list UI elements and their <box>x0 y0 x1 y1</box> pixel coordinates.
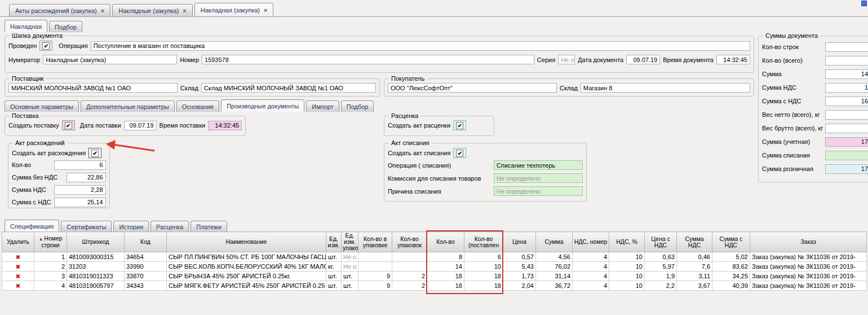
cell-line_no[interactable]: 1 <box>34 252 67 262</box>
cell-vat_sum[interactable]: 0,46 <box>677 252 712 262</box>
cell-line_no[interactable]: 4 <box>34 281 67 291</box>
cell-barcode[interactable]: 4810319011323 <box>67 272 125 281</box>
totals-value-field[interactable]: 4 <box>825 42 868 52</box>
cell-code[interactable]: 34343 <box>125 281 167 291</box>
delivery-time-field[interactable]: 14:32:45 <box>208 121 242 130</box>
totals-value-field[interactable] <box>825 124 868 133</box>
cell-pack_count[interactable]: 2 <box>392 281 427 291</box>
totals-value-field[interactable]: 58 <box>825 56 868 65</box>
cell-order[interactable]: Заказ (закупка) № ЗК11036 от 2019- <box>750 272 867 281</box>
window-tab-2[interactable]: Накладные (закупка)× <box>112 4 193 16</box>
cell-unit[interactable]: шт. <box>326 252 342 262</box>
param-tab-1[interactable]: Основные параметры <box>5 100 79 112</box>
totals-value-field[interactable]: 148,44 <box>825 69 868 79</box>
writeoff-operation-field[interactable]: Списание техпотерь <box>494 160 583 170</box>
cell-barcode[interactable]: 4810319005797 <box>67 281 125 291</box>
cell-sum_with_vat[interactable]: 5,02 <box>712 252 750 262</box>
window-tab-1[interactable]: Акты расхождений (закупка)× <box>9 4 110 16</box>
cell-pack_count[interactable]: 2 <box>392 272 427 281</box>
cell-price_with_vat[interactable]: 1,9 <box>645 272 677 281</box>
doc-tab-2[interactable]: Подбор <box>49 21 82 32</box>
cell-unit_pack[interactable]: Не о <box>342 252 358 262</box>
cell-sum[interactable]: 4,56 <box>536 252 573 262</box>
tab-close-icon[interactable]: × <box>101 7 104 14</box>
cell-unit[interactable]: шт. <box>326 281 342 291</box>
column-header-line_no[interactable]: ▲Номер строки <box>34 232 67 252</box>
cell-order[interactable]: Заказ (закупка) № ЗК11036 от 2019- <box>750 252 867 262</box>
cell-unit[interactable]: кг. <box>326 262 342 272</box>
cell-code[interactable]: 34654 <box>125 252 167 262</box>
supplier-warehouse-field[interactable]: Склад МИНСКИЙ МОЛОЧНЫЙ ЗАВОД №1 ОАО <box>201 83 376 93</box>
cell-vat_number[interactable]: 4 <box>573 262 609 272</box>
cell-price[interactable]: 5,43 <box>503 262 536 272</box>
param-tab-4[interactable]: Производные документы <box>221 99 304 112</box>
cell-vat_pct[interactable]: 10 <box>609 281 645 291</box>
cell-barcode[interactable]: 4810093000315 <box>67 252 125 262</box>
column-header-vat_number[interactable]: НДС, номер <box>573 232 609 252</box>
column-header-unit_pack[interactable]: Ед. изм. упако <box>342 232 358 252</box>
cell-price[interactable]: 2,04 <box>503 281 536 291</box>
doc-date-field[interactable]: 09.07.19 <box>626 55 660 64</box>
series-field[interactable]: Не о <box>558 55 575 64</box>
cell-name[interactable]: СЫР ВЕС.КОЛБ.КОПЧ.БЕЛОРУССКИЙ 40% 1КГ МА… <box>167 262 326 272</box>
tab-close-icon[interactable]: × <box>183 7 186 14</box>
create-writeoff-act-checkbox[interactable]: ✔ <box>453 148 466 158</box>
cell-qty_delivered[interactable]: 18 <box>464 281 503 291</box>
doc-time-field[interactable]: 14:32:45 <box>716 55 750 64</box>
cell-order[interactable]: Заказ (закупка) № ЗК11036 от 2019- <box>750 262 867 272</box>
delete-row-button[interactable]: ✖ <box>2 272 34 281</box>
supplier-name-field[interactable]: МИНСКИЙ МОЛОЧНЫЙ ЗАВОД №1 ОАО <box>8 83 178 93</box>
cell-qty_per_pack[interactable]: 9 <box>358 281 392 291</box>
cell-qty[interactable]: 8 <box>427 252 464 262</box>
cell-order[interactable]: Заказ (закупка) № ЗК11036 от 2019- <box>750 281 867 291</box>
window-tab-3[interactable]: Накладная (закупка)× <box>194 3 274 16</box>
cell-price[interactable]: 0,57 <box>503 252 536 262</box>
cell-code[interactable]: 33990 <box>125 262 167 272</box>
create-delivery-checkbox[interactable]: ✔ <box>62 120 75 130</box>
param-tab-2[interactable]: Дополнительные параметры <box>81 100 175 112</box>
totals-value-field[interactable]: 163,28 <box>825 97 868 106</box>
cell-qty_delivered[interactable]: 18 <box>464 272 503 281</box>
posted-checkbox[interactable]: ✔ <box>39 41 52 51</box>
param-tab-6[interactable]: Подбор <box>341 100 374 112</box>
column-header-qty_per_pack[interactable]: Кол-во в упаковке <box>358 232 392 252</box>
cell-qty_per_pack[interactable] <box>358 252 392 262</box>
cell-line_no[interactable]: 3 <box>34 272 67 281</box>
cell-qty[interactable]: 18 <box>427 281 464 291</box>
column-header-qty_delivered[interactable]: Кол-во (поставлен <box>464 232 503 252</box>
delete-row-button[interactable]: ✖ <box>2 262 34 272</box>
param-tab-5[interactable]: Импорт <box>306 100 339 112</box>
discrepancy-qty-field[interactable]: 6 <box>54 160 106 170</box>
delete-row-button[interactable]: ✖ <box>2 252 34 262</box>
spec-tab-3[interactable]: История <box>113 221 149 232</box>
cell-vat_number[interactable]: 4 <box>573 272 609 281</box>
cell-sum_with_vat[interactable]: 83,62 <box>712 262 750 272</box>
cell-pack_count[interactable] <box>392 252 427 262</box>
column-header-unit[interactable]: Ед. изм. <box>326 232 342 252</box>
create-discrepancy-act-checkbox[interactable]: ✔ <box>88 148 101 158</box>
totals-value-field[interactable]: 23,8 <box>825 110 868 120</box>
spec-tab-1[interactable]: Спецификация <box>5 220 59 232</box>
spec-tab-5[interactable]: Платежи <box>191 221 227 232</box>
cell-unit[interactable]: шт. <box>326 272 342 281</box>
create-pricing-act-checkbox[interactable]: ✔ <box>453 120 466 130</box>
column-header-name[interactable]: Наименование <box>167 232 326 252</box>
discrepancy-sum-novat-field[interactable]: 22,86 <box>67 173 106 182</box>
delete-row-button[interactable]: ✖ <box>2 281 34 291</box>
cell-pack_count[interactable] <box>392 262 427 272</box>
cell-name[interactable]: СЫР ПЛ.ПИНГВИН 50% СТ. РБ 100Г МАЛОЧНЫ Г… <box>167 252 326 262</box>
column-header-sum_with_vat[interactable]: Сумма с НДС <box>712 232 750 252</box>
cell-qty_delivered[interactable]: 6 <box>464 252 503 262</box>
cell-unit_pack[interactable]: шт. <box>342 281 358 291</box>
discrepancy-vat-field[interactable]: 2,28 <box>54 185 106 195</box>
cell-qty_per_pack[interactable]: 9 <box>358 272 392 281</box>
cell-vat_sum[interactable]: 7,6 <box>677 262 712 272</box>
column-header-sum[interactable]: Сумма <box>536 232 573 252</box>
cell-name[interactable]: СЫР МЯГК.ФЕТУ АРИСТЕЙ 45% 250Г АРИСТЕЙ 0… <box>167 281 326 291</box>
buyer-name-field[interactable]: ООО "ЛюксСофтОпт" <box>388 83 557 93</box>
cell-sum_with_vat[interactable]: 40,39 <box>712 281 750 291</box>
discrepancy-sum-vat-field[interactable]: 25,14 <box>54 198 106 207</box>
totals-value-field[interactable]: 178,18 <box>825 137 868 147</box>
column-header-delete[interactable]: Удалить <box>2 232 34 252</box>
cell-price_with_vat[interactable]: 2,2 <box>645 281 677 291</box>
